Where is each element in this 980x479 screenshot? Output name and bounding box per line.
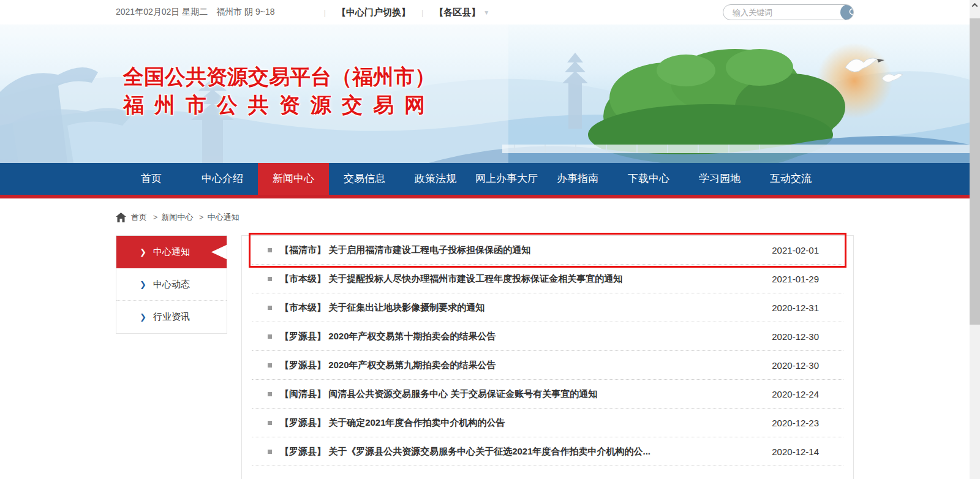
notice-title[interactable]: 【闽清县】 闽清县公共资源交易服务中心 关于交易保证金账号有关事宜的通知 [280, 388, 757, 400]
date-text: 2021年02月02日 星期二 [116, 7, 208, 18]
top-bar: 2021年02月02日 星期二 福州市 阴 9~18 | 【中心门户切换】 | … [0, 0, 970, 25]
notice-date: 2021-01-29 [772, 274, 819, 284]
nav-item[interactable]: 互动交流 [755, 163, 826, 195]
notice-row[interactable]: 【罗源县】 关于确定2021年度合作拍卖中介机构的公告 2020-12-23 [252, 409, 843, 437]
sidebar-item-label: 中心动态 [153, 279, 190, 290]
notice-date: 2020-12-23 [772, 418, 819, 428]
notice-row[interactable]: 【罗源县】 2020年产权交易第十期拍卖会的结果公告 2020-12-30 [252, 322, 843, 351]
site-title-line2: 福州市公共资源交易网 [123, 94, 435, 115]
breadcrumb-separator: > [199, 213, 204, 222]
notice-row[interactable]: 【闽清县】 闽清县公共资源交易服务中心 关于交易保证金账号有关事宜的通知 202… [252, 380, 843, 409]
bullet-icon [268, 306, 272, 310]
bullet-icon [268, 248, 272, 252]
sidebar-item[interactable]: ❯ 中心通知 [116, 236, 227, 268]
divider: | [324, 8, 326, 17]
scrollbar[interactable] [970, 0, 980, 479]
page: 2021年02月02日 星期二 福州市 阴 9~18 | 【中心门户切换】 | … [0, 0, 970, 479]
sidebar: ❯ 中心通知 ❯ 中心动态 ❯ 行业资讯 [116, 235, 227, 334]
search-button[interactable] [840, 4, 854, 20]
notice-date: 2021-02-01 [772, 245, 819, 255]
notice-date: 2020-12-30 [772, 360, 819, 371]
notice-date: 2020-12-14 [772, 447, 819, 457]
content: ❯ 中心通知 ❯ 中心动态 ❯ 行业资讯 [116, 235, 854, 479]
nav-item[interactable]: 下载中心 [613, 163, 684, 195]
notice-title[interactable]: 【市本级】 关于征集出让地块影像摄制要求的通知 [280, 302, 757, 314]
site-title: 全国公共资源交易平台（福州市） 福州市公共资源交易网 [123, 66, 435, 115]
scrollbar-thumb[interactable] [970, 18, 980, 325]
bullet-icon [268, 277, 272, 281]
nav-item[interactable]: 政策法规 [400, 163, 471, 195]
notice-row[interactable]: 【福清市】 关于启用福清市建设工程电子投标担保保函的通知 2021-02-01 [252, 236, 843, 265]
breadcrumb-separator: > [153, 213, 158, 222]
notice-row[interactable]: 【罗源县】 2020年产权交易第九期拍卖会的结果公告 2020-12-30 [252, 351, 843, 380]
banner: 全国公共资源交易平台（福州市） 福州市公共资源交易网 [0, 25, 970, 163]
weather-text: 福州市 阴 9~18 [216, 7, 274, 18]
chevron-right-icon: ❯ [140, 280, 146, 289]
divider: | [421, 8, 423, 17]
notice-title[interactable]: 【罗源县】 2020年产权交易第十期拍卖会的结果公告 [280, 331, 757, 342]
bullet-icon [268, 421, 272, 425]
notice-title[interactable]: 【罗源县】 关于确定2021年度合作拍卖中介机构的公告 [280, 417, 757, 429]
sidebar-item[interactable]: ❯ 行业资讯 [116, 301, 227, 333]
nav-item[interactable]: 交易信息 [329, 163, 400, 195]
notice-date: 2020-12-24 [772, 389, 819, 399]
main-nav: 首页 中心介绍 新闻中心 交易信息 政策法规 网上办事大厅 办事指南 下载中心 … [0, 163, 970, 195]
sidebar-item-label: 中心通知 [153, 246, 190, 258]
notice-row[interactable]: 【市本级】 关于征集出让地块影像摄制要求的通知 2020-12-31 [252, 293, 843, 322]
portal-switch-link[interactable]: 【中心门户切换】 [337, 7, 410, 18]
notice-title[interactable]: 【福清市】 关于启用福清市建设工程电子投标担保保函的通知 [280, 244, 757, 256]
sidebar-item-label: 行业资讯 [153, 311, 190, 323]
search-input[interactable] [723, 5, 840, 20]
bullet-icon [268, 363, 272, 368]
scroll-up-icon [972, 3, 978, 9]
nav-item[interactable]: 办事指南 [542, 163, 613, 195]
nav-item[interactable]: 网上办事大厅 [471, 163, 542, 195]
search-icon [848, 7, 854, 17]
breadcrumb-link[interactable]: 中心通知 [207, 213, 239, 222]
notice-title[interactable]: 【市本级】 关于提醒投标人尽快办理福州市建设工程年度投标保证金相关事宜的通知 [280, 273, 757, 285]
chevron-right-icon: ❯ [140, 312, 146, 322]
bullet-icon [268, 450, 272, 454]
notice-title[interactable]: 【罗源县】 关于《罗源县公共资源交易服务中心关于征选2021年度合作拍卖中介机构… [280, 446, 757, 458]
site-title-line1: 全国公共资源交易平台（福州市） [123, 66, 435, 87]
notice-date: 2020-12-31 [772, 303, 819, 313]
nav-items: 首页 中心介绍 新闻中心 交易信息 政策法规 网上办事大厅 办事指南 下载中心 … [116, 163, 854, 195]
nav-item[interactable]: 中心介绍 [187, 163, 258, 195]
nav-item[interactable]: 学习园地 [684, 163, 755, 195]
chevron-down-icon[interactable]: ▼ [483, 9, 489, 16]
chevron-right-icon: ❯ [140, 247, 146, 257]
notice-list-panel: 【福清市】 关于启用福清市建设工程电子投标担保保函的通知 2021-02-01 … [241, 235, 854, 479]
scroll-up-button[interactable] [970, 0, 980, 10]
breadcrumb: 首页 > 新闻中心 > 中心通知 > [116, 212, 854, 223]
sidebar-item[interactable]: ❯ 中心动态 [116, 268, 227, 301]
breadcrumb-link[interactable]: 新闻中心 [161, 213, 193, 222]
districts-link[interactable]: 【各区县】 [434, 7, 480, 18]
bullet-icon [268, 334, 272, 339]
bullet-icon [268, 392, 272, 396]
notice-row[interactable]: 【罗源县】 关于《罗源县公共资源交易服务中心关于征选2021年度合作拍卖中介机构… [252, 437, 843, 466]
notice-date: 2020-12-30 [772, 331, 819, 342]
notice-title[interactable]: 【罗源县】 2020年产权交易第九期拍卖会的结果公告 [280, 360, 757, 371]
home-icon[interactable] [116, 213, 126, 222]
nav-item[interactable]: 新闻中心 [258, 163, 329, 195]
notice-row[interactable]: 【市本级】 关于提醒投标人尽快办理福州市建设工程年度投标保证金相关事宜的通知 2… [252, 265, 843, 293]
breadcrumb-items: 首页 > 新闻中心 > 中心通知 > [131, 212, 239, 223]
search-box [723, 4, 854, 20]
breadcrumb-link[interactable]: 首页 [131, 213, 147, 222]
nav-item[interactable]: 首页 [116, 163, 187, 195]
red-stripe [0, 195, 970, 198]
